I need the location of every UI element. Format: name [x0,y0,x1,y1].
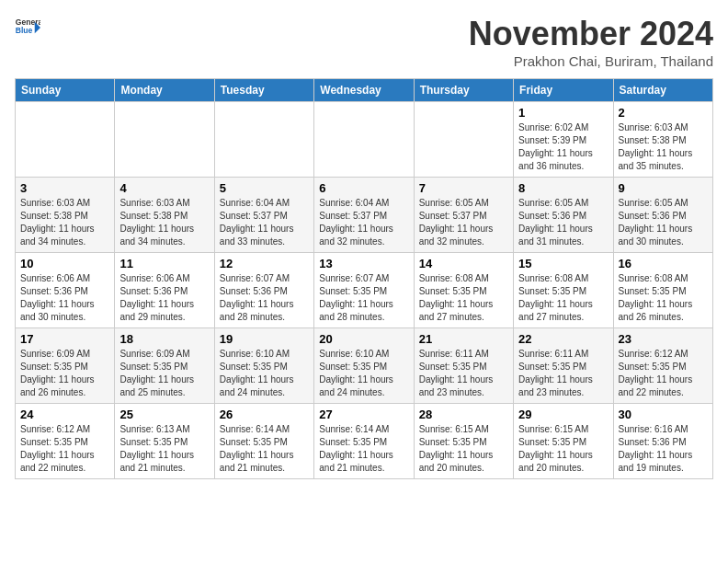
day-info: Sunrise: 6:03 AM Sunset: 5:38 PM Dayligh… [119,197,209,248]
calendar-cell: 1Sunrise: 6:02 AM Sunset: 5:39 PM Daylig… [514,102,613,178]
day-number: 7 [419,181,508,195]
calendar-cell: 29Sunrise: 6:15 AM Sunset: 5:35 PM Dayli… [514,404,613,479]
logo: General Blue [15,15,40,40]
calendar-cell: 27Sunrise: 6:14 AM Sunset: 5:35 PM Dayli… [314,404,414,479]
day-info: Sunrise: 6:11 AM Sunset: 5:35 PM Dayligh… [419,348,508,399]
location: Prakhon Chai, Buriram, Thailand [469,53,713,69]
calendar-cell: 12Sunrise: 6:07 AM Sunset: 5:36 PM Dayli… [214,253,313,328]
day-number: 2 [619,106,708,120]
calendar-cell: 17Sunrise: 6:09 AM Sunset: 5:35 PM Dayli… [16,328,115,404]
day-number: 16 [619,257,708,270]
calendar-cell: 13Sunrise: 6:07 AM Sunset: 5:35 PM Dayli… [314,253,414,328]
day-info: Sunrise: 6:08 AM Sunset: 5:35 PM Dayligh… [518,272,608,324]
weekday-header: Wednesday [314,79,414,102]
day-number: 30 [619,408,708,421]
calendar-cell: 18Sunrise: 6:09 AM Sunset: 5:35 PM Dayli… [115,328,214,404]
calendar-cell: 26Sunrise: 6:14 AM Sunset: 5:35 PM Dayli… [214,404,313,479]
calendar-cell: 24Sunrise: 6:12 AM Sunset: 5:35 PM Dayli… [16,404,115,479]
title-block: November 2024 Prakhon Chai, Buriram, Tha… [469,15,713,69]
day-number: 20 [319,332,408,346]
day-info: Sunrise: 6:09 AM Sunset: 5:35 PM Dayligh… [119,348,209,399]
header-row: SundayMondayTuesdayWednesdayThursdayFrid… [16,79,713,102]
calendar-cell: 15Sunrise: 6:08 AM Sunset: 5:35 PM Dayli… [514,253,613,328]
header: General Blue November 2024 Prakhon Chai,… [15,15,713,69]
day-info: Sunrise: 6:14 AM Sunset: 5:35 PM Dayligh… [220,423,309,475]
day-number: 22 [518,332,608,346]
day-info: Sunrise: 6:06 AM Sunset: 5:36 PM Dayligh… [119,272,209,324]
calendar-cell: 2Sunrise: 6:03 AM Sunset: 5:38 PM Daylig… [613,102,712,178]
day-number: 19 [220,332,309,346]
calendar-cell: 4Sunrise: 6:03 AM Sunset: 5:38 PM Daylig… [115,178,214,253]
day-info: Sunrise: 6:12 AM Sunset: 5:35 PM Dayligh… [619,348,708,399]
day-info: Sunrise: 6:05 AM Sunset: 5:36 PM Dayligh… [518,197,608,248]
day-number: 8 [518,181,608,195]
day-info: Sunrise: 6:04 AM Sunset: 5:37 PM Dayligh… [319,197,408,248]
day-number: 10 [20,257,109,270]
calendar-cell: 11Sunrise: 6:06 AM Sunset: 5:36 PM Dayli… [115,253,214,328]
day-number: 29 [518,408,608,421]
page-container: General Blue November 2024 Prakhon Chai,… [0,0,728,488]
calendar-cell: 5Sunrise: 6:04 AM Sunset: 5:37 PM Daylig… [214,178,313,253]
day-info: Sunrise: 6:07 AM Sunset: 5:35 PM Dayligh… [319,272,408,324]
day-number: 6 [319,181,408,195]
calendar-header: SundayMondayTuesdayWednesdayThursdayFrid… [16,79,713,102]
day-number: 4 [119,181,209,195]
day-number: 13 [319,257,408,270]
day-number: 25 [119,408,209,421]
calendar-cell: 22Sunrise: 6:11 AM Sunset: 5:35 PM Dayli… [514,328,613,404]
calendar-cell [115,102,214,178]
day-info: Sunrise: 6:03 AM Sunset: 5:38 PM Dayligh… [619,121,708,173]
calendar-cell [414,102,513,178]
day-info: Sunrise: 6:05 AM Sunset: 5:36 PM Dayligh… [619,197,708,248]
day-info: Sunrise: 6:02 AM Sunset: 5:39 PM Dayligh… [518,121,608,173]
day-number: 21 [419,332,508,346]
weekday-header: Tuesday [214,79,313,102]
calendar-table: SundayMondayTuesdayWednesdayThursdayFrid… [15,78,713,479]
day-info: Sunrise: 6:12 AM Sunset: 5:35 PM Dayligh… [20,423,109,475]
calendar-cell: 16Sunrise: 6:08 AM Sunset: 5:35 PM Dayli… [613,253,712,328]
day-info: Sunrise: 6:09 AM Sunset: 5:35 PM Dayligh… [20,348,109,399]
calendar-cell: 8Sunrise: 6:05 AM Sunset: 5:36 PM Daylig… [514,178,613,253]
weekday-header: Sunday [16,79,115,102]
calendar-cell [314,102,414,178]
day-info: Sunrise: 6:07 AM Sunset: 5:36 PM Dayligh… [220,272,309,324]
day-number: 15 [518,257,608,270]
calendar-cell: 3Sunrise: 6:03 AM Sunset: 5:38 PM Daylig… [16,178,115,253]
day-info: Sunrise: 6:08 AM Sunset: 5:35 PM Dayligh… [419,272,508,324]
day-number: 12 [220,257,309,270]
day-info: Sunrise: 6:16 AM Sunset: 5:36 PM Dayligh… [619,423,708,475]
calendar-week-row: 1Sunrise: 6:02 AM Sunset: 5:39 PM Daylig… [16,102,713,178]
day-info: Sunrise: 6:08 AM Sunset: 5:35 PM Dayligh… [619,272,708,324]
day-number: 27 [319,408,408,421]
calendar-cell: 30Sunrise: 6:16 AM Sunset: 5:36 PM Dayli… [613,404,712,479]
day-info: Sunrise: 6:13 AM Sunset: 5:35 PM Dayligh… [119,423,209,475]
day-number: 17 [20,332,109,346]
day-info: Sunrise: 6:06 AM Sunset: 5:36 PM Dayligh… [20,272,109,324]
day-number: 11 [119,257,209,270]
calendar-cell: 10Sunrise: 6:06 AM Sunset: 5:36 PM Dayli… [16,253,115,328]
day-info: Sunrise: 6:15 AM Sunset: 5:35 PM Dayligh… [518,423,608,475]
day-number: 18 [119,332,209,346]
day-info: Sunrise: 6:04 AM Sunset: 5:37 PM Dayligh… [220,197,309,248]
day-number: 14 [419,257,508,270]
calendar-cell: 6Sunrise: 6:04 AM Sunset: 5:37 PM Daylig… [314,178,414,253]
calendar-cell [214,102,313,178]
day-info: Sunrise: 6:15 AM Sunset: 5:35 PM Dayligh… [419,423,508,475]
calendar-week-row: 24Sunrise: 6:12 AM Sunset: 5:35 PM Dayli… [16,404,713,479]
calendar-cell [16,102,115,178]
day-number: 3 [20,181,109,195]
calendar-cell: 28Sunrise: 6:15 AM Sunset: 5:35 PM Dayli… [414,404,513,479]
weekday-header: Monday [115,79,214,102]
day-info: Sunrise: 6:10 AM Sunset: 5:35 PM Dayligh… [319,348,408,399]
calendar-cell: 9Sunrise: 6:05 AM Sunset: 5:36 PM Daylig… [613,178,712,253]
calendar-week-row: 10Sunrise: 6:06 AM Sunset: 5:36 PM Dayli… [16,253,713,328]
calendar-cell: 25Sunrise: 6:13 AM Sunset: 5:35 PM Dayli… [115,404,214,479]
day-info: Sunrise: 6:11 AM Sunset: 5:35 PM Dayligh… [518,348,608,399]
logo-icon: General Blue [15,15,40,40]
day-number: 5 [220,181,309,195]
calendar-body: 1Sunrise: 6:02 AM Sunset: 5:39 PM Daylig… [16,102,713,479]
month-title: November 2024 [469,15,713,53]
calendar-cell: 20Sunrise: 6:10 AM Sunset: 5:35 PM Dayli… [314,328,414,404]
calendar-week-row: 3Sunrise: 6:03 AM Sunset: 5:38 PM Daylig… [16,178,713,253]
day-info: Sunrise: 6:10 AM Sunset: 5:35 PM Dayligh… [220,348,309,399]
